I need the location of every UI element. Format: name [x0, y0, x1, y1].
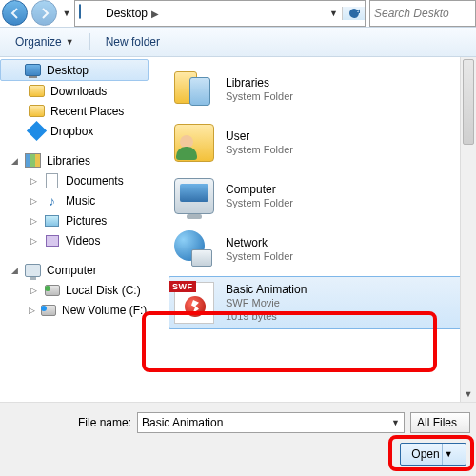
collapse-icon[interactable]: ◢ — [10, 156, 19, 166]
item-subtitle: System Folder — [226, 196, 293, 209]
list-item[interactable]: Computer System Folder — [169, 169, 466, 223]
expand-icon[interactable]: ▷ — [29, 176, 38, 186]
nav-group-favorites: Desktop Downloads Recent Places Dropbox — [0, 59, 149, 141]
new-folder-button[interactable]: New folder — [98, 31, 168, 52]
scrollbar[interactable]: ▲ ▼ — [460, 57, 476, 402]
expand-icon[interactable]: ▷ — [29, 196, 38, 206]
nav-history-dropdown[interactable]: ▼ — [59, 0, 74, 27]
nav-label: Documents — [66, 174, 124, 188]
list-item-selected[interactable]: SWF Basic Animation SWF Movie 1019 bytes — [169, 276, 466, 329]
libraries-icon — [172, 68, 216, 111]
swf-file-icon: SWF — [172, 281, 216, 325]
file-type-filter[interactable]: All Files — [410, 412, 470, 433]
nav-label: Libraries — [47, 154, 90, 168]
bottom-panel: File name: Basic Animation ▼ All Files O… — [0, 402, 476, 476]
open-label: Open — [411, 447, 439, 461]
item-subtitle: System Folder — [226, 249, 293, 263]
desktop-icon — [79, 5, 96, 22]
nav-label: Computer — [47, 264, 97, 277]
nav-label: Recent Places — [50, 105, 124, 118]
disk-icon — [41, 302, 56, 318]
folder-icon — [29, 103, 45, 119]
nav-label: Videos — [66, 234, 100, 248]
nav-label: Music — [66, 194, 95, 208]
dropbox-icon — [29, 123, 45, 139]
nav-item-libraries[interactable]: ◢ Libraries — [0, 150, 149, 170]
expand-icon[interactable]: ▷ — [29, 236, 38, 246]
nav-label: Local Disk (C:) — [66, 284, 141, 297]
chevron-down-icon: ▼ — [63, 9, 71, 18]
nav-item-documents[interactable]: ▷ Documents — [0, 170, 149, 190]
navigation-pane: Desktop Downloads Recent Places Dropbox … — [0, 57, 149, 402]
item-subtitle: SWF Movie — [226, 296, 307, 309]
filename-value: Basic Animation — [142, 416, 223, 429]
document-icon — [44, 172, 60, 188]
list-item[interactable]: Network System Folder — [169, 223, 466, 276]
nav-group-libraries: ◢ Libraries ▷ Documents ▷ ♪ Music ▷ Pict… — [0, 150, 149, 250]
breadcrumb-label: Desktop — [106, 7, 148, 20]
nav-label: Dropbox — [50, 125, 93, 138]
item-subtitle: System Folder — [226, 89, 293, 103]
nav-group-computer: ◢ Computer ▷ Local Disk (C:) ▷ New Volum… — [0, 260, 149, 320]
file-list: Libraries System Folder User System Fold… — [149, 57, 476, 402]
desktop-icon — [25, 62, 41, 78]
user-folder-icon — [172, 121, 216, 165]
nav-back-button[interactable] — [2, 0, 28, 26]
collapse-icon[interactable]: ◢ — [10, 266, 19, 275]
music-icon: ♪ — [44, 192, 60, 208]
refresh-button[interactable] — [342, 7, 365, 20]
address-dropdown[interactable]: ▼ — [326, 9, 342, 18]
expand-icon[interactable]: ▷ — [29, 286, 38, 295]
item-title: User — [226, 129, 293, 143]
new-folder-label: New folder — [106, 35, 160, 49]
nav-item-pictures[interactable]: ▷ Pictures — [0, 210, 149, 230]
chevron-down-icon: ▼ — [391, 418, 400, 427]
nav-item-desktop[interactable]: Desktop — [0, 59, 149, 81]
item-subtitle: System Folder — [226, 143, 293, 156]
network-icon — [172, 228, 216, 271]
nav-item-downloads[interactable]: Downloads — [0, 81, 149, 101]
arrow-left-icon — [10, 8, 21, 19]
nav-item-music[interactable]: ▷ ♪ Music — [0, 190, 149, 210]
item-title: Libraries — [226, 76, 293, 89]
nav-item-recent-places[interactable]: Recent Places — [0, 101, 149, 121]
expand-icon[interactable]: ▷ — [29, 216, 38, 226]
breadcrumb[interactable]: Desktop ▶ — [100, 7, 165, 20]
item-title: Computer — [226, 183, 293, 196]
nav-label: New Volume (F:) — [62, 304, 147, 317]
organize-button[interactable]: Organize ▼ — [8, 31, 82, 52]
search-input[interactable]: Search Deskto — [369, 0, 476, 27]
nav-label: Downloads — [50, 85, 107, 98]
nav-label: Desktop — [47, 64, 89, 77]
toolbar: Organize ▼ New folder — [0, 27, 476, 57]
open-button[interactable]: Open ▼ — [400, 443, 466, 466]
explorer-body: Desktop Downloads Recent Places Dropbox … — [0, 57, 476, 402]
expand-icon[interactable]: ▷ — [29, 306, 35, 315]
arrow-right-icon — [39, 8, 50, 19]
organize-label: Organize — [15, 35, 62, 49]
item-title: Network — [226, 236, 293, 249]
open-split-dropdown[interactable]: ▼ — [442, 444, 455, 465]
nav-item-local-disk-c[interactable]: ▷ Local Disk (C:) — [0, 280, 149, 300]
disk-icon — [44, 282, 60, 298]
nav-item-new-volume-f[interactable]: ▷ New Volume (F:) — [0, 300, 149, 320]
filename-label: File name: — [6, 416, 131, 429]
nav-label: Pictures — [66, 214, 107, 228]
address-bar: ▼ Desktop ▶ ▼ Search Deskto — [0, 0, 476, 27]
filename-input[interactable]: Basic Animation ▼ — [137, 412, 405, 433]
scroll-down-icon[interactable]: ▼ — [461, 386, 476, 402]
pictures-icon — [44, 212, 60, 228]
videos-icon — [44, 232, 60, 248]
nav-item-videos[interactable]: ▷ Videos — [0, 230, 149, 250]
list-item[interactable]: User System Folder — [169, 116, 466, 169]
nav-forward-button[interactable] — [31, 0, 57, 26]
list-item[interactable]: Libraries System Folder — [169, 63, 466, 116]
nav-item-dropbox[interactable]: Dropbox — [0, 121, 149, 141]
refresh-icon — [347, 7, 361, 20]
filter-label: All Files — [417, 416, 457, 429]
computer-icon — [172, 174, 216, 218]
nav-item-computer[interactable]: ◢ Computer — [0, 260, 149, 280]
libraries-icon — [25, 152, 41, 169]
address-box[interactable]: Desktop ▶ ▼ — [74, 0, 366, 27]
scroll-thumb[interactable] — [463, 59, 474, 145]
